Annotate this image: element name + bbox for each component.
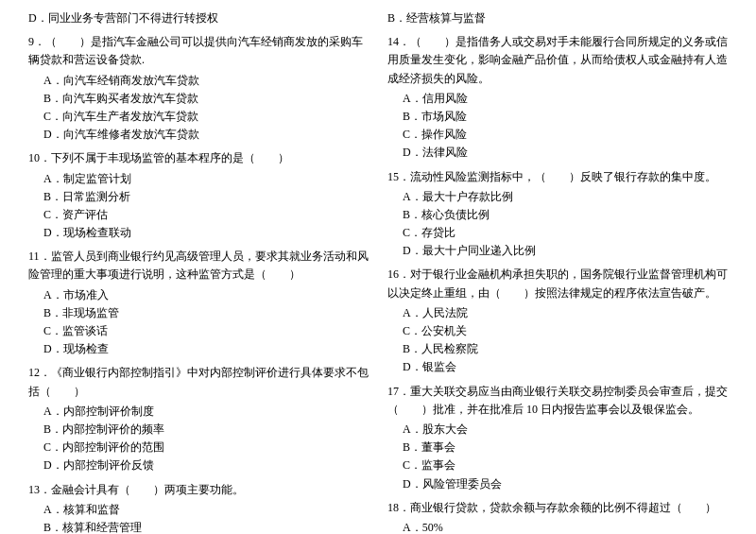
option: B．市场风险 xyxy=(387,108,728,126)
question-title: 11．监管人员到商业银行约见高级管理人员，要求其就业务活动和风险管理的重大事项进… xyxy=(28,248,369,284)
option: B．核心负债比例 xyxy=(387,206,728,224)
option: A．人民法院 xyxy=(387,304,728,322)
option: B．内部控制评价的频率 xyxy=(28,421,369,439)
question-title: 12．《商业银行内部控制指引》中对内部控制评价进行具体要求不包括（ ） xyxy=(28,364,369,400)
option: B．核算和经营管理 xyxy=(28,519,369,534)
question-block: 13．金融会计具有（ ）两项主要功能。A．核算和监督B．核算和经营管理C．监督与… xyxy=(28,481,369,535)
question-title: 15．流动性风险监测指标中，（ ）反映了银行存款的集中度。 xyxy=(387,168,728,186)
question-block: B．经营核算与监督 xyxy=(387,9,728,27)
left-column: D．同业业务专营部门不得进行转授权9．（ ）是指汽车金融公司可以提供向汽车经销商… xyxy=(28,9,369,534)
page-content: D．同业业务专营部门不得进行转授权9．（ ）是指汽车金融公司可以提供向汽车经销商… xyxy=(28,9,728,534)
question-title: 10．下列不属于丰现场监管的基本程序的是（ ） xyxy=(28,149,369,167)
option: A．股东大会 xyxy=(387,421,728,439)
question-title: B．经营核算与监督 xyxy=(387,9,728,27)
question-block: 14．（ ）是指借务人或交易对手未能履行合同所规定的义务或信用质量发生变化，影响… xyxy=(387,33,728,162)
question-block: 16．对于银行业金融机构承担失职的，国务院银行业监督管理机构可以决定终止重组，由… xyxy=(387,266,728,376)
option: C．公安机关 xyxy=(387,322,728,340)
question-title: 9．（ ）是指汽车金融公司可以提供向汽车经销商发放的采购车辆贷款和营运设备贷款. xyxy=(28,33,369,69)
option: B．非现场监管 xyxy=(28,304,369,322)
option: A．50% xyxy=(387,519,728,534)
question-block: 15．流动性风险监测指标中，（ ）反映了银行存款的集中度。A．最大十户存款比例B… xyxy=(387,168,728,261)
question-block: 17．重大关联交易应当由商业银行关联交易控制委员会审查后，提交（ ）批准，并在批… xyxy=(387,383,728,493)
option: A．市场准入 xyxy=(28,286,369,304)
option: B．向汽车购买者发放汽车贷款 xyxy=(28,90,369,108)
option: B．人民检察院 xyxy=(387,340,728,358)
option: D．银监会 xyxy=(387,358,728,376)
question-title: 16．对于银行业金融机构承担失职的，国务院银行业监督管理机构可以决定终止重组，由… xyxy=(387,266,728,301)
option: C．向汽车生产者发放汽车贷款 xyxy=(28,108,369,126)
option: C．监事会 xyxy=(387,456,728,474)
question-title: 18．商业银行贷款，贷款余额与存款余额的比例不得超过（ ） xyxy=(387,499,728,517)
question-block: 18．商业银行贷款，贷款余额与存款余额的比例不得超过（ ）A．50% xyxy=(387,499,728,534)
question-block: 12．《商业银行内部控制指引》中对内部控制评价进行具体要求不包括（ ）A．内部控… xyxy=(28,364,369,474)
option: A．核算和监督 xyxy=(28,501,369,519)
option: A．向汽车经销商发放汽车贷款 xyxy=(28,72,369,90)
option: D．内部控制评价反馈 xyxy=(28,456,369,474)
option: B．董事会 xyxy=(387,439,728,456)
option: D．向汽车维修者发放汽车贷款 xyxy=(28,126,369,144)
question-block: 9．（ ）是指汽车金融公司可以提供向汽车经销商发放的采购车辆贷款和营运设备贷款.… xyxy=(28,33,369,144)
option: D．风险管理委员会 xyxy=(387,475,728,493)
option: C．监管谈话 xyxy=(28,322,369,340)
question-block: 11．监管人员到商业银行约见高级管理人员，要求其就业务活动和风险管理的重大事项进… xyxy=(28,248,369,358)
question-title: 13．金融会计具有（ ）两项主要功能。 xyxy=(28,481,369,499)
option: D．现场检查 xyxy=(28,340,369,358)
option: A．制定监管计划 xyxy=(28,170,369,188)
question-title: 17．重大关联交易应当由商业银行关联交易控制委员会审查后，提交（ ）批准，并在批… xyxy=(387,383,728,419)
question-title: 14．（ ）是指借务人或交易对手未能履行合同所规定的义务或信用质量发生变化，影响… xyxy=(387,33,728,88)
option: A．最大十户存款比例 xyxy=(387,188,728,206)
question-block: D．同业业务专营部门不得进行转授权 xyxy=(28,9,369,27)
option: D．最大十户同业递入比例 xyxy=(387,242,728,260)
option: C．内部控制评价的范围 xyxy=(28,439,369,456)
right-column: B．经营核算与监督14．（ ）是指借务人或交易对手未能履行合同所规定的义务或信用… xyxy=(387,9,728,534)
option: C．资产评估 xyxy=(28,206,369,224)
option: C．操作风险 xyxy=(387,126,728,144)
question-block: 10．下列不属于丰现场监管的基本程序的是（ ）A．制定监管计划B．日常监测分析C… xyxy=(28,149,369,242)
option: C．存贷比 xyxy=(387,224,728,242)
question-title: D．同业业务专营部门不得进行转授权 xyxy=(28,9,369,27)
option: A．内部控制评价制度 xyxy=(28,403,369,421)
option: A．信用风险 xyxy=(387,90,728,108)
option: D．现场检查联动 xyxy=(28,224,369,242)
option: D．法律风险 xyxy=(387,144,728,162)
option: B．日常监测分析 xyxy=(28,188,369,206)
